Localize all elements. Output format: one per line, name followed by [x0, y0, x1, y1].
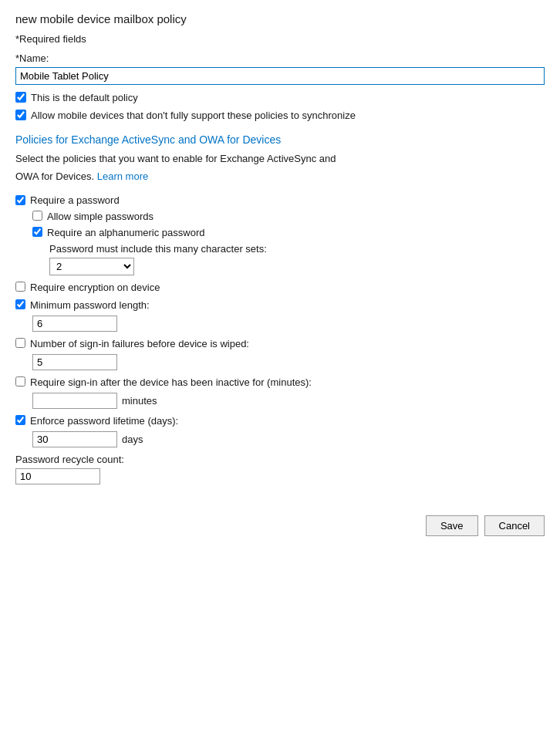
- require-sign-in-checkbox[interactable]: [15, 376, 25, 387]
- require-sign-in-row: Require sign-in after the device has bee…: [15, 376, 545, 388]
- sign-in-failures-input-row: [32, 354, 545, 370]
- section-description-line1: Select the policies that you want to ena…: [15, 152, 545, 166]
- sign-in-failures-row: Number of sign-in failures before device…: [15, 338, 545, 349]
- recycle-count-input-row: [15, 468, 545, 484]
- require-password-row: Require a password: [15, 194, 545, 206]
- default-policy-label: This is the default policy: [31, 91, 138, 105]
- min-password-label: Minimum password length:: [30, 299, 150, 311]
- sign-in-failures-checkbox[interactable]: [15, 338, 25, 348]
- min-password-group: Minimum password length:: [15, 299, 545, 332]
- require-sign-in-group: Require sign-in after the device has bee…: [15, 376, 545, 409]
- footer-buttons: Save Cancel: [15, 508, 545, 536]
- require-encryption-checkbox[interactable]: [15, 282, 25, 292]
- recycle-count-label: Password recycle count:: [15, 454, 124, 465]
- enforce-lifetime-input-row: days: [32, 431, 545, 447]
- name-input[interactable]: [15, 67, 545, 85]
- save-button[interactable]: Save: [426, 515, 478, 536]
- section-description-text: OWA for Devices.: [15, 170, 94, 182]
- enforce-lifetime-group: Enforce password lifetime (days): days: [15, 415, 545, 447]
- cancel-button[interactable]: Cancel: [484, 515, 545, 536]
- enforce-lifetime-suffix: days: [122, 434, 143, 445]
- require-password-checkbox[interactable]: [15, 195, 25, 205]
- require-password-group: Require a password Allow simple password…: [15, 194, 545, 275]
- require-alphanumeric-checkbox[interactable]: [32, 227, 42, 237]
- sign-in-failures-label: Number of sign-in failures before device…: [30, 338, 249, 349]
- section-title: Policies for Exchange ActiveSync and OWA…: [15, 133, 545, 146]
- recycle-count-label-row: Password recycle count:: [15, 454, 545, 465]
- allow-simple-label: Allow simple passwords: [47, 211, 153, 222]
- enforce-lifetime-input[interactable]: [32, 431, 117, 447]
- char-sets-group: Password must include this many characte…: [49, 243, 545, 275]
- require-password-label: Require a password: [30, 194, 120, 206]
- required-fields-note: *Required fields: [15, 33, 545, 45]
- section-description-line2: OWA for Devices. Learn more: [15, 170, 545, 184]
- sign-in-failures-group: Number of sign-in failures before device…: [15, 338, 545, 370]
- char-sets-label: Password must include this many characte…: [49, 243, 545, 255]
- require-encryption-label: Require encryption on device: [30, 282, 160, 293]
- require-sign-in-suffix: minutes: [122, 395, 157, 407]
- require-alphanumeric-label: Require an alphanumeric password: [47, 227, 205, 238]
- enforce-lifetime-label: Enforce password lifetime (days):: [30, 415, 178, 427]
- min-password-checkbox[interactable]: [15, 299, 25, 309]
- policies-section: Require a password Allow simple password…: [15, 194, 545, 484]
- learn-more-link[interactable]: Learn more: [97, 170, 148, 182]
- require-alphanumeric-row: Require an alphanumeric password: [32, 227, 545, 238]
- require-encryption-row: Require encryption on device: [15, 282, 545, 293]
- allow-mobile-checkbox[interactable]: [15, 110, 26, 120]
- recycle-count-group: Password recycle count:: [15, 454, 545, 484]
- name-label: *Name:: [15, 52, 545, 64]
- require-sign-in-input-row: minutes: [32, 393, 545, 409]
- char-sets-dropdown[interactable]: 1 2 3 4: [49, 258, 134, 275]
- min-password-input[interactable]: [32, 316, 117, 332]
- min-password-row: Minimum password length:: [15, 299, 545, 311]
- allow-simple-checkbox[interactable]: [32, 211, 42, 221]
- allow-mobile-label: Allow mobile devices that don't fully su…: [31, 109, 356, 123]
- allow-simple-row: Allow simple passwords: [32, 211, 545, 222]
- min-password-input-row: [32, 316, 545, 332]
- password-sub-options: Allow simple passwords Require an alphan…: [32, 211, 545, 275]
- default-policy-row: This is the default policy: [15, 91, 545, 105]
- enforce-lifetime-checkbox[interactable]: [15, 415, 25, 425]
- require-sign-in-label: Require sign-in after the device has bee…: [30, 376, 312, 388]
- enforce-lifetime-row: Enforce password lifetime (days):: [15, 415, 545, 427]
- recycle-count-input[interactable]: [15, 468, 100, 484]
- default-policy-checkbox[interactable]: [15, 92, 26, 103]
- require-sign-in-input[interactable]: [32, 393, 117, 409]
- allow-mobile-row: Allow mobile devices that don't fully su…: [15, 109, 545, 123]
- page-title: new mobile device mailbox policy: [15, 12, 545, 25]
- sign-in-failures-input[interactable]: [32, 354, 117, 370]
